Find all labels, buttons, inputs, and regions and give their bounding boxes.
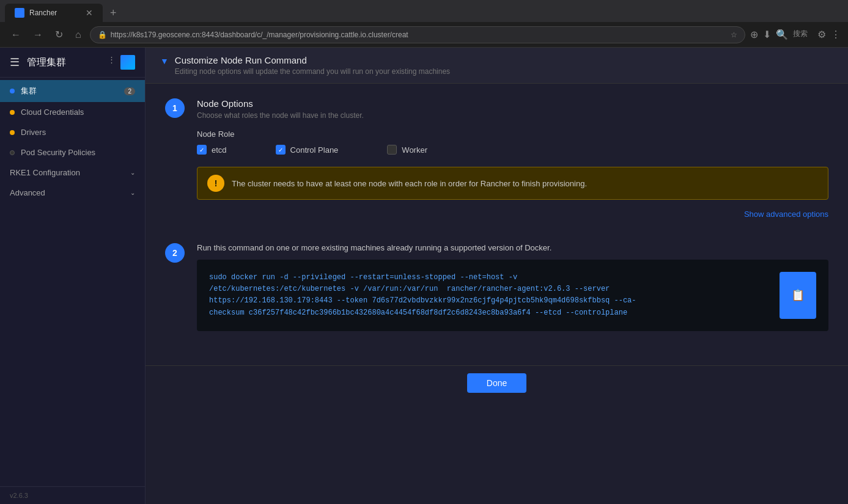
section-header: ▼ Customize Node Run Command Editing nod… <box>146 48 848 84</box>
main-inner: ▼ Customize Node Run Command Editing nod… <box>146 48 848 400</box>
settings-icon[interactable]: ⚙ <box>817 29 826 40</box>
sidebar-item-drivers-label: Drivers <box>21 128 46 137</box>
pod-security-dot-icon <box>10 150 15 155</box>
rancher-logo <box>120 55 135 70</box>
warning-text: The cluster needs to have at least one n… <box>232 179 587 188</box>
etcd-label: etcd <box>212 145 227 155</box>
sidebar-item-clusters-label: 集群 <box>21 86 37 97</box>
sidebar-item-advanced[interactable]: Advanced ⌄ <box>0 183 145 203</box>
url-text: https://k8s179.geoscene.cn:8443/dashboar… <box>111 31 727 39</box>
section-title: Customize Node Run Command <box>175 55 450 65</box>
new-tab-button[interactable]: + <box>105 4 122 22</box>
section-header-text: Customize Node Run Command Editing node … <box>175 55 450 76</box>
step-1-desc: Choose what roles the node will have in … <box>197 111 828 120</box>
back-button[interactable]: ← <box>7 27 24 43</box>
hamburger-icon[interactable]: ☰ <box>10 56 20 69</box>
address-bar: ← → ↻ ⌂ 🔒 https://k8s179.geoscene.cn:844… <box>0 22 848 48</box>
menu-icon[interactable]: ⋮ <box>831 29 841 40</box>
clusters-badge: 2 <box>124 87 135 95</box>
sidebar-item-cloud-credentials-label: Cloud Credentials <box>21 108 84 117</box>
step-2-content: Run this command on one or more existing… <box>197 243 828 331</box>
main-content: ▼ Customize Node Run Command Editing nod… <box>146 48 848 504</box>
control-plane-checked-icon: ✓ <box>276 145 286 155</box>
star-icon[interactable]: ☆ <box>731 31 737 39</box>
checkbox-etcd[interactable]: ✓ etcd <box>197 145 227 155</box>
warning-box: ! The cluster needs to have at least one… <box>197 167 828 200</box>
tab-close-button[interactable]: ✕ <box>86 8 93 18</box>
done-button[interactable]: Done <box>467 373 526 393</box>
version-label: v2.6.3 <box>10 492 28 499</box>
app-layout: ☰ 管理集群 ⋮ 集群 2 Cloud Credentials <box>0 48 848 504</box>
command-text[interactable]: sudo docker run -d --privileged --restar… <box>209 272 770 319</box>
section-toggle-icon[interactable]: ▼ <box>160 56 169 66</box>
node-role-label: Node Role <box>197 130 828 139</box>
search-text: 搜索 <box>793 29 808 40</box>
copy-icon: 📋 <box>791 288 805 302</box>
search-icon[interactable]: 🔍 <box>776 29 788 40</box>
more-icon[interactable]: ⋮ <box>108 55 116 70</box>
sidebar-item-pod-security-label: Pod Security Policies <box>21 148 95 157</box>
command-box: sudo docker run -d --privileged --restar… <box>197 260 828 331</box>
worker-label: Worker <box>402 145 427 155</box>
warning-icon: ! <box>207 175 224 192</box>
sidebar-header: ☰ 管理集群 ⋮ <box>0 48 145 78</box>
toolbar-icons: ⊕ ⬇ 🔍 搜索 ⚙ ⋮ <box>750 29 841 40</box>
section-subtitle: Editing node options will update the com… <box>175 67 450 76</box>
sidebar-item-cloud-credentials[interactable]: Cloud Credentials <box>0 102 145 122</box>
checkboxes-row: ✓ etcd ✓ Control Plane <box>197 145 828 155</box>
sidebar-item-clusters[interactable]: 集群 2 <box>0 80 145 102</box>
step-1-title: Node Options <box>197 98 828 109</box>
checkbox-worker[interactable]: Worker <box>387 145 427 155</box>
tab-favicon <box>15 8 24 18</box>
step-2-row: 2 Run this command on one or more existi… <box>165 243 828 331</box>
sidebar-actions: ⋮ <box>108 55 135 70</box>
sidebar-title: 管理集群 <box>27 56 66 69</box>
rke1-chevron-icon: ⌄ <box>130 169 135 176</box>
copy-button[interactable]: 📋 <box>780 272 816 319</box>
sidebar-menu: 集群 2 Cloud Credentials Drivers Pod Secur… <box>0 78 145 486</box>
sidebar-item-advanced-label: Advanced <box>10 188 45 197</box>
downloads-icon[interactable]: ⬇ <box>763 29 771 40</box>
rancher-tab[interactable]: Rancher ✕ <box>5 4 103 22</box>
url-bar[interactable]: 🔒 https://k8s179.geoscene.cn:8443/dashbo… <box>90 26 745 43</box>
drivers-dot-icon <box>10 130 15 135</box>
sidebar: ☰ 管理集群 ⋮ 集群 2 Cloud Credentials <box>0 48 146 504</box>
worker-unchecked-icon <box>387 145 397 155</box>
content-area: 1 Node Options Choose what roles the nod… <box>146 84 848 365</box>
extensions-icon[interactable]: ⊕ <box>750 29 758 40</box>
home-button[interactable]: ⌂ <box>72 27 85 43</box>
sidebar-item-pod-security[interactable]: Pod Security Policies <box>0 142 145 163</box>
advanced-chevron-icon: ⌄ <box>130 189 135 196</box>
cloud-credentials-dot-icon <box>10 110 15 115</box>
show-advanced-link[interactable]: Show advanced options <box>197 210 828 219</box>
forward-button[interactable]: → <box>29 27 46 43</box>
etcd-checked-icon: ✓ <box>197 145 207 155</box>
sidebar-item-rke1-config-label: RKE1 Configuration <box>10 168 80 177</box>
step-1-number: 1 <box>165 98 185 118</box>
step-2-desc: Run this command on one or more existing… <box>197 243 828 252</box>
step-1-row: 1 Node Options Choose what roles the nod… <box>165 98 828 224</box>
sidebar-item-rke1-config[interactable]: RKE1 Configuration ⌄ <box>0 163 145 183</box>
reload-button[interactable]: ↻ <box>51 26 67 43</box>
control-plane-label: Control Plane <box>290 145 339 155</box>
checkbox-control-plane[interactable]: ✓ Control Plane <box>276 145 339 155</box>
step-1-content: Node Options Choose what roles the node … <box>197 98 828 224</box>
sidebar-footer: v2.6.3 <box>0 486 145 504</box>
step-2-number: 2 <box>165 243 185 263</box>
tab-bar: Rancher ✕ + <box>0 0 848 22</box>
footer-bar: Done <box>146 365 848 400</box>
clusters-dot-icon <box>10 89 15 93</box>
sidebar-item-drivers[interactable]: Drivers <box>0 122 145 142</box>
tab-title: Rancher <box>29 9 57 17</box>
